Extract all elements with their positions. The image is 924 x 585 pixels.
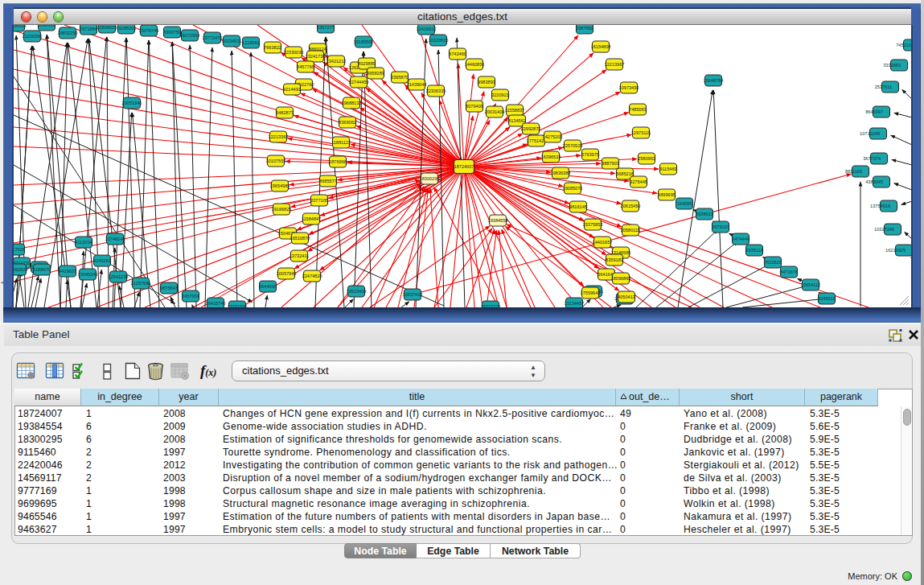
svg-text:20772475: 20772475 xyxy=(203,35,223,40)
svg-text:4429607: 4429607 xyxy=(59,269,76,274)
svg-text:4112034: 4112034 xyxy=(75,240,92,245)
svg-text:22806503: 22806503 xyxy=(97,25,117,30)
svg-text:8396759: 8396759 xyxy=(163,30,181,35)
svg-text:16415740: 16415740 xyxy=(206,301,226,306)
svg-text:12541238: 12541238 xyxy=(109,274,129,279)
svg-text:9214491: 9214491 xyxy=(283,87,301,92)
svg-text:19166825: 19166825 xyxy=(272,207,292,212)
svg-text:7452134: 7452134 xyxy=(896,43,911,47)
svg-text:9275445: 9275445 xyxy=(630,179,647,184)
svg-text:1218062: 1218062 xyxy=(242,40,260,45)
svg-text:22992872: 22992872 xyxy=(521,126,541,131)
svg-text:5685216: 5685216 xyxy=(616,171,634,176)
svg-text:19285201: 19285201 xyxy=(117,26,137,31)
svg-text:19836388: 19836388 xyxy=(551,171,571,175)
svg-text:19384554: 19384554 xyxy=(488,218,508,223)
svg-text:8359183: 8359183 xyxy=(606,257,623,262)
svg-text:16396513: 16396513 xyxy=(541,154,561,159)
svg-text:6679197: 6679197 xyxy=(712,225,729,229)
svg-text:14460856: 14460856 xyxy=(465,62,485,67)
svg-text:2087682: 2087682 xyxy=(576,26,593,31)
svg-text:8685577: 8685577 xyxy=(319,179,337,183)
svg-text:17559643: 17559643 xyxy=(581,290,601,295)
svg-text:10323815: 10323815 xyxy=(429,38,449,43)
svg-text:14401657: 14401657 xyxy=(593,240,613,245)
svg-text:8029889: 8029889 xyxy=(358,61,376,66)
svg-text:11558837: 11558837 xyxy=(505,108,524,113)
svg-text:19688132: 19688132 xyxy=(342,101,362,105)
svg-text:22570529: 22570529 xyxy=(563,143,583,148)
svg-text:8811165: 8811165 xyxy=(845,169,862,174)
svg-text:7663822: 7663822 xyxy=(264,45,281,50)
svg-text:9958289: 9958289 xyxy=(367,71,384,76)
svg-text:7671884: 7671884 xyxy=(80,27,97,31)
svg-text:9474444: 9474444 xyxy=(732,237,749,241)
svg-text:6742460: 6742460 xyxy=(449,51,466,56)
svg-text:6357277: 6357277 xyxy=(317,25,335,30)
svg-text:9887903: 9887903 xyxy=(602,161,619,166)
svg-text:18096865: 18096865 xyxy=(611,276,631,281)
svg-text:2580963: 2580963 xyxy=(638,156,655,161)
svg-text:21200396: 21200396 xyxy=(23,34,43,39)
svg-text:19085076: 19085076 xyxy=(563,186,583,191)
svg-text:10837430: 10837430 xyxy=(403,292,423,297)
svg-text:4050413: 4050413 xyxy=(618,295,635,299)
svg-text:5793975: 5793975 xyxy=(581,152,599,157)
svg-text:7632621: 7632621 xyxy=(764,260,782,265)
svg-text:16072954: 16072954 xyxy=(180,33,200,38)
svg-text:3220921: 3220921 xyxy=(491,93,509,97)
svg-text:2457954: 2457954 xyxy=(182,294,199,299)
svg-text:10057945: 10057945 xyxy=(277,271,297,276)
svg-text:10973493: 10973493 xyxy=(619,85,639,90)
svg-text:22744459: 22744459 xyxy=(349,80,369,84)
svg-text:2935114: 2935114 xyxy=(745,248,762,253)
svg-text:13134457: 13134457 xyxy=(565,301,585,306)
svg-text:11584847: 11584847 xyxy=(302,216,321,221)
svg-text:2876966: 2876966 xyxy=(329,159,347,164)
svg-text:13754919: 13754919 xyxy=(870,204,890,208)
svg-text:10710248: 10710248 xyxy=(860,131,880,136)
svg-text:11881122: 11881122 xyxy=(331,140,351,145)
svg-text:12975115: 12975115 xyxy=(631,130,651,135)
svg-text:8134562: 8134562 xyxy=(508,118,526,123)
svg-text:9115460: 9115460 xyxy=(659,167,676,171)
svg-text:13421212: 13421212 xyxy=(326,59,347,64)
svg-text:13045349: 13045349 xyxy=(78,272,98,277)
svg-text:2077105: 2077105 xyxy=(310,198,328,203)
svg-text:10654112: 10654112 xyxy=(801,282,820,287)
svg-text:10327246: 10327246 xyxy=(874,227,894,232)
svg-text:10334531: 10334531 xyxy=(222,39,242,43)
svg-text:7485063: 7485063 xyxy=(629,107,647,112)
svg-text:19832259: 19832259 xyxy=(58,31,78,35)
svg-text:13241736: 13241736 xyxy=(306,54,326,59)
svg-text:14275203: 14275203 xyxy=(543,134,563,139)
svg-text:19654985: 19654985 xyxy=(270,183,290,188)
svg-text:9816145: 9816145 xyxy=(569,204,587,209)
svg-text:8369062: 8369062 xyxy=(339,120,356,125)
svg-text:18724007: 18724007 xyxy=(454,164,474,169)
svg-text:13701506: 13701506 xyxy=(228,304,248,307)
svg-text:13748244: 13748244 xyxy=(105,237,125,241)
svg-text:22330030: 22330030 xyxy=(284,50,304,55)
svg-text:9245012: 9245012 xyxy=(818,296,836,301)
svg-text:6217026: 6217026 xyxy=(14,247,25,252)
svg-text:10107553: 10107553 xyxy=(266,159,286,163)
svg-text:16154808: 16154808 xyxy=(591,44,611,49)
svg-text:20031404: 20031404 xyxy=(485,109,505,114)
svg-text:17956909: 17956909 xyxy=(14,25,26,28)
svg-text:1890399: 1890399 xyxy=(38,25,55,27)
svg-text:16213925: 16213925 xyxy=(885,248,906,253)
svg-text:8471676: 8471676 xyxy=(780,270,798,274)
svg-text:6482877: 6482877 xyxy=(276,110,294,115)
svg-text:15076749: 15076749 xyxy=(139,28,159,33)
svg-text:2537611: 2537611 xyxy=(875,84,892,89)
svg-text:15375853: 15375853 xyxy=(583,222,603,227)
svg-text:21257684: 21257684 xyxy=(131,281,151,286)
svg-text:12213967: 12213967 xyxy=(605,62,625,67)
svg-text:18992829: 18992829 xyxy=(14,267,27,272)
svg-text:3677374: 3677374 xyxy=(863,156,881,161)
svg-text:9983893: 9983893 xyxy=(478,80,495,84)
svg-text:6899695: 6899695 xyxy=(658,192,676,197)
svg-text:18300295: 18300295 xyxy=(420,176,440,181)
svg-text:164095: 164095 xyxy=(677,201,692,206)
